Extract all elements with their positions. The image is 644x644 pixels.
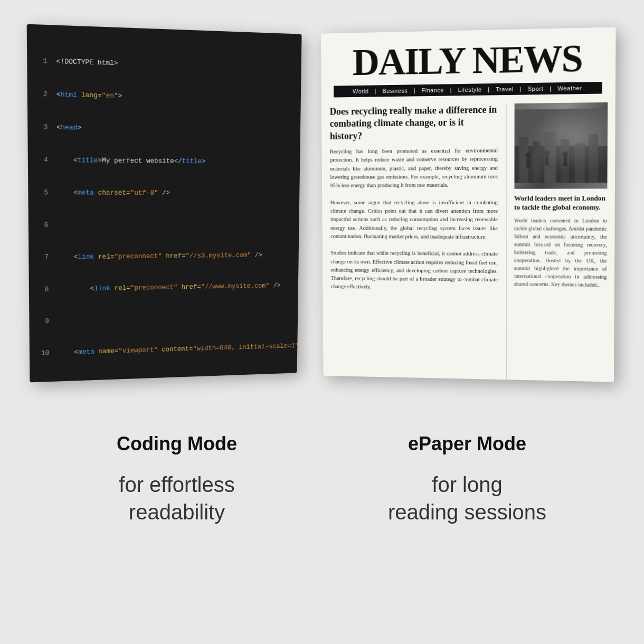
code-line-2: 2 <html lang="en"> (39, 89, 291, 105)
nav-business[interactable]: Business (383, 88, 408, 94)
sidebar-article-headline: World leaders meet in London to tackle t… (514, 194, 607, 212)
nav-sep3: | (450, 87, 454, 93)
svg-rect-4 (533, 141, 539, 183)
nav-travel[interactable]: Travel (496, 86, 514, 93)
svg-point-11 (544, 150, 550, 156)
svg-rect-1 (514, 108, 608, 183)
svg-point-13 (563, 151, 569, 157)
svg-rect-8 (589, 134, 598, 183)
coding-panel: 1 <!DOCTYPE html> 2 <html lang="en"> 3 <… (27, 24, 302, 383)
nav-sport[interactable]: Sport (528, 86, 543, 92)
newspaper-masthead: DAILY NEWS (334, 39, 603, 82)
epaper-panel: DAILY NEWS World | Business | Finance | … (321, 27, 615, 382)
code-line-4: 4 <title>My perfect website</title> (39, 155, 290, 168)
bottom-section: Coding Mode for effortlessreadability eP… (0, 412, 644, 644)
svg-rect-0 (514, 108, 608, 183)
nav-world[interactable]: World (353, 88, 368, 94)
nav-sep4: | (488, 86, 491, 92)
sidebar-image-inner (514, 102, 608, 189)
nav-sep5: | (520, 86, 524, 92)
nav-finance[interactable]: Finance (422, 87, 444, 94)
news-sidebar-article: World leaders meet in London to tackle t… (507, 102, 615, 382)
nav-lifestyle[interactable]: Lifestyle (458, 86, 482, 93)
svg-rect-7 (574, 144, 585, 183)
coding-mode-title: Coding Mode (117, 433, 237, 455)
sidebar-article-image (514, 102, 608, 189)
news-main-article: Does recycling really make a difference … (321, 103, 507, 381)
code-line-9: 9 (40, 311, 288, 327)
svg-rect-10 (526, 158, 530, 167)
epaper-mode-label-block: ePaper Mode for longreading sessions (322, 422, 612, 633)
main-article-body: Recycling has long been promoted as esse… (330, 146, 498, 292)
epaper-mode-title: ePaper Mode (408, 433, 526, 455)
nav-sep2: | (414, 87, 418, 93)
main-article-headline: Does recycling really make a difference … (330, 103, 498, 142)
code-line-10: 10 <meta name="viewport" content="width=… (41, 341, 288, 358)
code-line-1: 1 <!DOCTYPE html> (38, 55, 291, 73)
code-line-6: 6 (40, 219, 289, 231)
svg-rect-15 (514, 108, 608, 183)
code-content: 1 <!DOCTYPE html> 2 <html lang="en"> 3 <… (27, 24, 302, 383)
svg-rect-5 (544, 132, 556, 183)
epaper-mode-description: for longreading sessions (388, 471, 546, 526)
svg-rect-6 (561, 139, 569, 183)
sidebar-article-body: World leaders convened in London to tack… (514, 216, 607, 289)
nav-sep1: | (375, 88, 378, 94)
code-line-7: 7 <link rel="preconnect" href="//s3.mysi… (40, 250, 289, 263)
svg-rect-12 (545, 156, 548, 165)
code-line-3: 3 <head> (39, 122, 290, 137)
newspaper-body: Does recycling really make a difference … (321, 93, 615, 382)
coding-mode-description: for effortlessreadability (119, 471, 234, 526)
code-line-8: 8 <link rel="preconnect" href="//www.mys… (40, 280, 289, 295)
nav-sep6: | (550, 85, 553, 91)
nav-weather[interactable]: Weather (558, 85, 582, 92)
coding-mode-label-block: Coding Mode for effortlessreadability (32, 422, 322, 633)
newspaper-header: DAILY NEWS World | Business | Finance | … (321, 27, 615, 97)
code-line-11: 11 (41, 371, 287, 382)
svg-rect-3 (519, 137, 528, 183)
svg-point-9 (525, 153, 531, 158)
code-line-5: 5 <meta charset="utf-8" /> (39, 187, 289, 198)
svg-rect-2 (514, 146, 607, 183)
top-section: 1 <!DOCTYPE html> 2 <html lang="en"> 3 <… (0, 0, 644, 412)
svg-rect-14 (563, 157, 567, 166)
